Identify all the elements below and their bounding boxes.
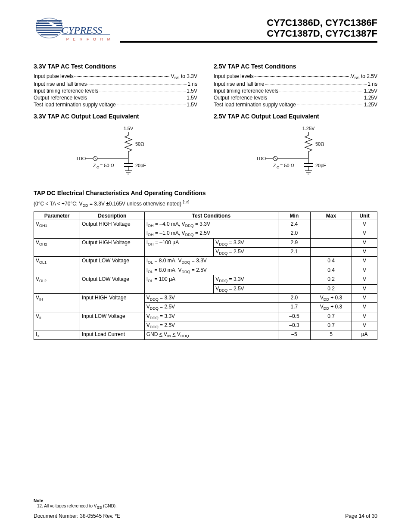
footnote-heading: Note xyxy=(34,498,377,503)
min-cell: 2.0 xyxy=(278,229,310,238)
cond2-cell: VDDQ = 2.5V xyxy=(214,284,278,293)
param-cell: VOL1 xyxy=(34,257,80,275)
condition-value: 1.25V xyxy=(364,88,377,94)
dc-table-title: TAP DC Electrical Characteristics And Op… xyxy=(34,190,377,196)
max-cell: 0.2 xyxy=(310,284,352,293)
right-column: 2.5V TAP AC Test Conditions Input pulse … xyxy=(214,58,377,184)
unit-cell: V xyxy=(352,312,377,321)
condition-value: 1 ns xyxy=(187,81,197,87)
left-conditions-title: 3.3V TAP AC Test Conditions xyxy=(34,63,197,70)
svg-text:TDO: TDO xyxy=(256,156,266,161)
unit-cell: V xyxy=(352,266,377,275)
table-row: VOH1Output HIGH VoltageIOH = –4.0 mA, VD… xyxy=(34,220,377,229)
param-cell: IX xyxy=(34,330,80,339)
min-cell xyxy=(278,284,310,293)
min-cell: 2.1 xyxy=(278,247,310,256)
condition-row: Input rise and fall times1 ns xyxy=(34,81,197,87)
max-cell: VDD + 0.3 xyxy=(310,293,352,302)
min-cell xyxy=(278,257,310,266)
table-row: VOL2Output LOW VoltageIOL = 100 µAVDDQ =… xyxy=(34,275,377,284)
cond-cell: IOL = 8.0 mA, VDDQ = 2.5V xyxy=(144,266,278,275)
svg-line-14 xyxy=(94,157,97,160)
left-conditions-list: Input pulse levelsVSS to 3.3VInput rise … xyxy=(34,73,197,108)
unit-cell: V xyxy=(352,293,377,302)
cond-cell: VDDQ = 3.3V xyxy=(144,312,278,321)
min-cell: –0.3 xyxy=(278,321,310,330)
svg-line-31 xyxy=(274,157,277,160)
right-load-title: 2.5V TAP AC Output Load Equivalent xyxy=(214,113,377,120)
svg-text:= 50 Ω: = 50 Ω xyxy=(100,163,114,168)
max-cell: 5 xyxy=(310,330,352,339)
desc-cell: Output HIGH Voltage xyxy=(80,238,144,257)
desc-cell: Input HIGH Voltage xyxy=(80,293,144,312)
condition-value: 1 ns xyxy=(367,81,377,87)
max-cell: 0.7 xyxy=(310,321,352,330)
svg-rect-5 xyxy=(37,30,61,31)
desc-cell: Output LOW Voltage xyxy=(80,275,144,294)
min-cell: 2.4 xyxy=(278,220,310,229)
desc-cell: Input LOW Voltage xyxy=(80,312,144,330)
condition-value: 1.25V xyxy=(364,102,377,108)
right-conditions-title: 2.5V TAP AC Test Conditions xyxy=(214,63,377,70)
min-cell xyxy=(278,266,310,275)
condition-row: Test load termination supply voltage1.5V xyxy=(34,102,197,108)
svg-text:TDO: TDO xyxy=(76,156,86,161)
svg-text:50Ω: 50Ω xyxy=(135,141,144,146)
left-column: 3.3V TAP AC Test Conditions Input pulse … xyxy=(34,58,197,184)
condition-label: Test load termination supply voltage xyxy=(34,102,116,108)
condition-row: Input timing reference levels1.5V xyxy=(34,88,197,94)
unit-cell: V xyxy=(352,247,377,256)
hdr-description: Description xyxy=(80,212,144,220)
min-cell: –5 xyxy=(278,330,310,339)
desc-cell: Input Load Current xyxy=(80,330,144,339)
max-cell: 0.7 xyxy=(310,312,352,321)
condition-row: Output reference levels1.5V xyxy=(34,95,197,101)
unit-cell: V xyxy=(352,238,377,247)
part-numbers: CY7C1386D, CY7C1386F CY7C1387D, CY7C1387… xyxy=(120,17,377,43)
dc-table-note: (0°C < TA < +70°C; VDD = 3.3V ±0.165V un… xyxy=(34,200,377,208)
unit-cell: V xyxy=(352,275,377,284)
unit-cell: V xyxy=(352,321,377,330)
cond2-cell: VDDQ = 3.3V xyxy=(214,275,278,284)
condition-row: Input rise and fall time1 ns xyxy=(214,81,377,87)
max-cell xyxy=(310,238,352,247)
cond-cell: IOL = 100 µA xyxy=(144,275,213,294)
cond-cell: IOL = 8.0 mA, VDDQ = 3.3V xyxy=(144,257,278,266)
page-footer: Note 12. All voltages referenced to VSS … xyxy=(34,498,377,519)
svg-rect-3 xyxy=(36,25,62,26)
param-cell: VOH1 xyxy=(34,220,80,238)
condition-label: Input timing reference levels xyxy=(214,88,278,94)
dc-table-header-row: Parameter Description Test Conditions Mi… xyxy=(34,212,377,220)
cond-cell: GND < VIN < VDDQ xyxy=(144,330,278,339)
left-load-title: 3.3V TAP AC Output Load Equivalent xyxy=(34,113,197,120)
cond2-cell: VDDQ = 2.5V xyxy=(214,247,278,256)
cond-cell: VDDQ = 3.3V xyxy=(144,293,278,302)
condition-label: Input rise and fall time xyxy=(214,81,264,87)
condition-label: Test load termination supply voltage xyxy=(214,102,296,108)
logo: CYPRESS P E R F O R M xyxy=(34,17,111,49)
condition-value: 1.5V xyxy=(187,95,197,101)
unit-cell: µA xyxy=(352,330,377,339)
param-cell: VOL2 xyxy=(34,275,80,294)
condition-row: Output reference levels1.25V xyxy=(214,95,377,101)
condition-label: Output reference levels xyxy=(34,95,87,101)
hdr-unit: Unit xyxy=(352,212,377,220)
desc-cell: Output LOW Voltage xyxy=(80,257,144,275)
condition-row: Input pulse levelsVSS to 3.3V xyxy=(34,73,197,80)
condition-value: 1.5V xyxy=(187,88,197,94)
cond-cell: VDDQ = 2.5V xyxy=(144,303,278,312)
condition-value: 1.5V xyxy=(187,102,197,108)
page-header: CYPRESS P E R F O R M CY7C1386D, CY7C138… xyxy=(34,17,377,49)
condition-label: Input pulse levels xyxy=(34,73,74,79)
dc-table: Parameter Description Test Conditions Mi… xyxy=(34,212,377,340)
max-cell: 0.4 xyxy=(310,257,352,266)
table-row: VILInput LOW VoltageVDDQ = 3.3V–0.50.7V xyxy=(34,312,377,321)
table-row: IXInput Load CurrentGND < VIN < VDDQ–55µ… xyxy=(34,330,377,339)
right-circuit-diagram: 1.25V 50Ω TDO 20pF Z O = 50 Ω xyxy=(235,124,356,184)
svg-text:20pF: 20pF xyxy=(135,163,146,168)
hdr-min: Min xyxy=(278,212,310,220)
cond-cell: IOH = –1.0 mA, VDDQ = 2.5V xyxy=(144,229,278,238)
svg-rect-7 xyxy=(40,34,57,35)
logo-text: CYPRESS xyxy=(62,25,103,36)
table-row: VOH2Output HIGH VoltageIOH = –100 µAVDDQ… xyxy=(34,238,377,247)
